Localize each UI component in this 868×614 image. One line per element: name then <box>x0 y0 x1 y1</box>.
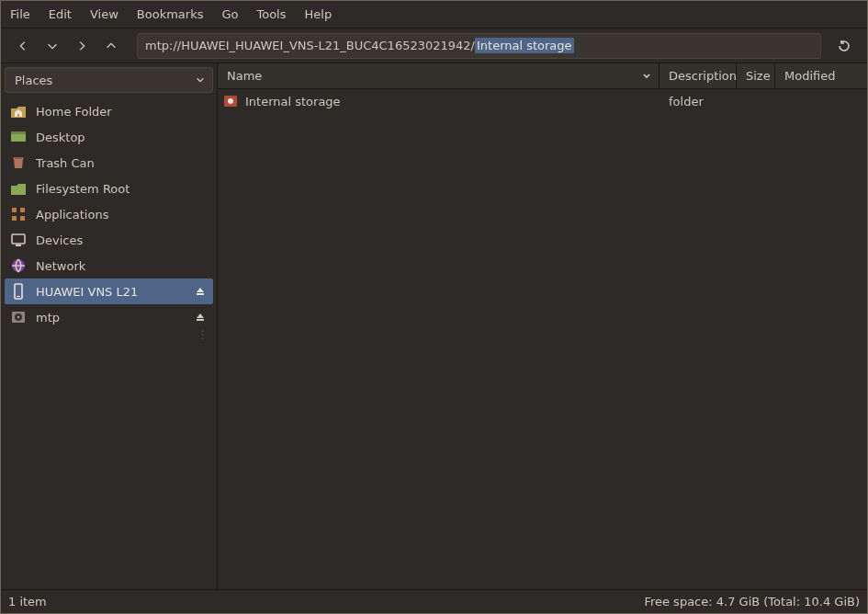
trash-icon <box>10 154 27 171</box>
desktop-icon <box>10 129 27 145</box>
svg-point-15 <box>17 316 19 318</box>
menu-view[interactable]: View <box>81 4 128 25</box>
sidebar-item-home[interactable]: Home Folder <box>5 98 213 124</box>
chevron-down-icon <box>196 74 205 87</box>
file-rows[interactable]: Internal storage folder <box>218 89 867 589</box>
column-label: Description <box>669 69 737 83</box>
svg-rect-16 <box>197 319 204 321</box>
menu-help[interactable]: Help <box>296 4 342 25</box>
sidebar-item-label: Home Folder <box>36 105 208 119</box>
sidebar-item-applications[interactable]: Applications <box>5 201 213 227</box>
places-dropdown[interactable]: Places <box>5 67 213 93</box>
file-view: Name Description Size Modified <box>218 63 867 589</box>
sidebar-item-mtp[interactable]: mtp <box>5 304 213 330</box>
svg-rect-4 <box>20 208 25 212</box>
column-modified[interactable]: Modified <box>775 63 867 88</box>
file-row[interactable]: Internal storage folder <box>218 89 867 113</box>
arrow-up-icon <box>105 40 118 52</box>
nav-history-button[interactable] <box>39 33 65 59</box>
storage-folder-icon <box>223 94 238 108</box>
eject-icon <box>195 286 206 297</box>
network-icon <box>10 257 27 274</box>
menu-tools[interactable]: Tools <box>247 4 295 25</box>
svg-rect-7 <box>12 234 25 244</box>
eject-button[interactable] <box>193 284 208 299</box>
menu-edit[interactable]: Edit <box>39 4 81 25</box>
eject-button[interactable] <box>193 310 208 324</box>
sidebar-item-label: HUAWEI VNS L21 <box>36 285 184 299</box>
status-free-space: Free space: 4.7 GiB (Total: 10.4 GiB) <box>644 595 860 608</box>
address-bar[interactable]: mtp://HUAWEI_HUAWEI_VNS-L21_BUC4C1652302… <box>137 33 821 59</box>
sidebar-item-label: mtp <box>36 311 184 324</box>
svg-rect-5 <box>12 216 17 221</box>
arrow-right-icon <box>75 40 88 52</box>
svg-rect-1 <box>11 131 26 134</box>
disk-icon <box>10 309 27 325</box>
svg-point-18 <box>228 98 233 104</box>
sidebar-item-label: Desktop <box>36 131 208 144</box>
sidebar-item-trash[interactable]: Trash Can <box>5 150 213 176</box>
status-item-count: 1 item <box>8 595 47 608</box>
svg-rect-11 <box>17 296 20 297</box>
nav-up-button[interactable] <box>98 33 124 59</box>
phone-icon <box>10 283 27 300</box>
sidebar-item-desktop[interactable]: Desktop <box>5 124 213 150</box>
sort-indicator-icon <box>642 69 651 83</box>
svg-rect-2 <box>13 157 24 159</box>
address-selection: Internal storage <box>475 38 574 53</box>
column-label: Modified <box>784 69 835 83</box>
sidebar-item-label: Network <box>36 259 208 273</box>
menubar: File Edit View Bookmarks Go Tools Help <box>1 1 867 28</box>
reload-button[interactable] <box>830 33 858 59</box>
svg-rect-0 <box>11 133 26 142</box>
nav-forward-button[interactable] <box>69 33 95 59</box>
svg-rect-6 <box>20 216 25 221</box>
toolbar: mtp://HUAWEI_HUAWEI_VNS-L21_BUC4C1652302… <box>1 28 867 63</box>
file-description: folder <box>659 95 737 108</box>
device-icon <box>10 232 27 248</box>
sidebar-item-huawei[interactable]: HUAWEI VNS L21 <box>5 279 213 304</box>
status-bar: 1 item Free space: 4.7 GiB (Total: 10.4 … <box>1 589 867 613</box>
sidebar: Places Home Folder Desktop Trash Can <box>1 63 218 589</box>
eject-icon <box>195 312 206 323</box>
apps-icon <box>10 206 27 222</box>
column-size[interactable]: Size <box>737 63 775 88</box>
places-label: Places <box>15 74 52 87</box>
arrow-left-icon <box>17 40 29 52</box>
column-label: Size <box>746 69 771 83</box>
column-headers: Name Description Size Modified <box>218 63 867 89</box>
menu-file[interactable]: File <box>6 4 39 25</box>
sidebar-item-devices[interactable]: Devices <box>5 227 213 253</box>
column-name[interactable]: Name <box>218 63 659 88</box>
sidebar-resize-handle[interactable]: ⋮ <box>197 330 213 337</box>
sidebar-item-label: Filesystem Root <box>36 182 208 196</box>
reload-icon <box>837 39 851 53</box>
sidebar-item-label: Trash Can <box>36 156 208 170</box>
folder-icon <box>10 180 27 197</box>
menu-go[interactable]: Go <box>212 4 247 25</box>
svg-rect-8 <box>16 244 21 246</box>
column-label: Name <box>227 69 262 83</box>
file-name: Internal storage <box>245 95 341 108</box>
sidebar-item-network[interactable]: Network <box>5 253 213 279</box>
nav-back-button[interactable] <box>10 33 36 59</box>
svg-rect-3 <box>12 208 17 212</box>
sidebar-item-filesystem-root[interactable]: Filesystem Root <box>5 176 213 201</box>
sidebar-item-label: Devices <box>36 233 208 247</box>
menu-bookmarks[interactable]: Bookmarks <box>128 4 213 25</box>
sidebar-item-label: Applications <box>36 208 208 222</box>
home-folder-icon <box>10 103 27 119</box>
address-prefix: mtp://HUAWEI_HUAWEI_VNS-L21_BUC4C1652302… <box>145 39 475 52</box>
chevron-down-icon <box>46 40 59 52</box>
svg-rect-12 <box>197 293 204 295</box>
main-area: Places Home Folder Desktop Trash Can <box>1 63 867 589</box>
column-description[interactable]: Description <box>659 63 737 88</box>
